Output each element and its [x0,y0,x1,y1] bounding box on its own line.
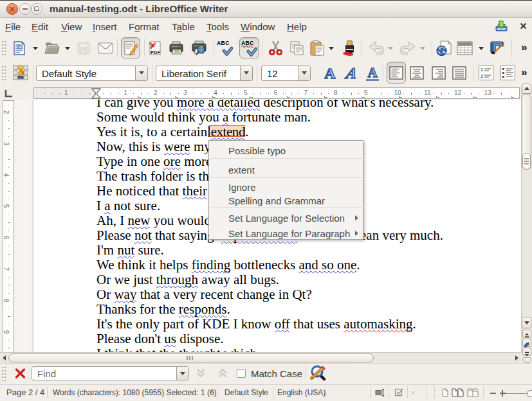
svg-text:ABC: ABC [217,40,230,46]
svg-text:A: A [324,66,336,81]
svg-text:PDF: PDF [151,49,160,55]
svg-text:A: A [367,66,378,80]
svg-text:ABC: ABC [241,40,254,46]
svg-text:2: 2 [481,74,483,78]
svg-text:A: A [344,66,359,81]
svg-text:1: 1 [481,67,483,72]
